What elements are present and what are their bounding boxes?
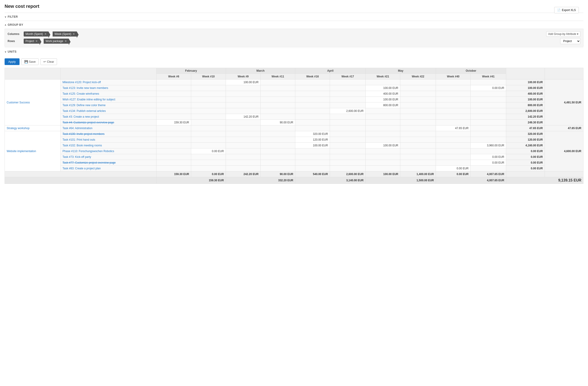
week-amount-cell (471, 114, 506, 120)
week-amount-cell (471, 120, 506, 126)
col-project-header (5, 68, 61, 80)
week-amount-cell (330, 97, 366, 103)
week-amount-cell (156, 166, 191, 172)
row-total-cell: 100.00 EUR (506, 85, 545, 91)
columns-row: Columns Month (Spent) ✕ Week (Spent) ✕ A… (8, 31, 580, 37)
clear-button[interactable]: ↩ Clear (41, 58, 57, 65)
week-amount-cell (436, 120, 471, 126)
task-cell[interactable]: Task #83: Create a project plan (61, 166, 156, 172)
week-amount-cell: 0.00 EUR (471, 154, 506, 160)
save-button[interactable]: 💾 Save (21, 58, 39, 65)
page-title: New cost report (5, 4, 583, 9)
summary-week-cell: 100.00 EUR (366, 172, 400, 177)
week-amount-cell (330, 80, 366, 85)
table-row: Task #102: Book meeting rooms100.00 EUR1… (5, 143, 583, 149)
week-amount-cell (226, 120, 261, 126)
row-total-cell: 100.00 EUR (506, 97, 545, 103)
tag-work-package-remove[interactable]: ✕ (64, 40, 67, 43)
tag-week-spent-label: Week (Spent) (54, 32, 71, 36)
tag-project[interactable]: Project ✕ (24, 39, 40, 44)
project-total-cell: 47.65 EUR (545, 126, 583, 131)
week-amount-cell (261, 137, 295, 143)
task-cell[interactable]: Task #77: Customize project overview pag… (61, 160, 156, 166)
tag-project-remove[interactable]: ✕ (35, 40, 38, 43)
month-feb: February (156, 68, 226, 74)
month-total-cell: 3,140.00 EUR (295, 177, 366, 184)
week-amount-cell (261, 108, 295, 114)
week-amount-cell (330, 160, 366, 166)
week-amount-cell (191, 166, 226, 172)
task-cell[interactable]: Task #4: Customize project overview page (61, 120, 156, 126)
summary2-empty (5, 177, 156, 184)
task-cell[interactable]: Task #102: Book meeting rooms (61, 143, 156, 149)
tag-month-spent-remove[interactable]: ✕ (44, 32, 47, 36)
week-amount-cell (226, 103, 261, 108)
task-cell[interactable]: Wish #127: Enable inline editing for sub… (61, 97, 156, 103)
task-cell[interactable]: Task #100: Invite project members (61, 131, 156, 137)
week-amount-cell: 0.00 EUR (191, 149, 226, 154)
month-total-cell: 4,007.65 EUR (436, 177, 506, 184)
week-amount-cell (471, 131, 506, 137)
tag-work-package[interactable]: Work package ✕ (44, 39, 68, 44)
task-cell[interactable]: Milestone #120: Project kick-off (61, 80, 156, 85)
week-amount-cell: 0.00 EUR (471, 85, 506, 91)
week-amount-cell: 3,960.00 EUR (471, 143, 506, 149)
week-amount-cell (226, 126, 261, 131)
save-icon: 💾 (24, 60, 28, 64)
week-amount-cell: 320.00 EUR (295, 131, 330, 137)
week-amount-cell (191, 154, 226, 160)
week21-header: Week #21 (366, 74, 400, 80)
columns-label: Columns (8, 32, 24, 36)
week-amount-cell (400, 166, 436, 172)
task-cell[interactable]: Task #134: Publish external articles (61, 108, 156, 114)
week-amount-cell (400, 120, 436, 126)
week-amount-cell (330, 126, 366, 131)
tag-week-spent[interactable]: Week (Spent) ✕ (53, 31, 77, 37)
project-select[interactable]: Project (560, 38, 580, 44)
week-amount-cell (191, 114, 226, 120)
row-total-cell: 400.00 EUR (506, 91, 545, 97)
week-amount-cell (191, 103, 226, 108)
table-row: Task #4: Customize project overview page… (5, 120, 583, 126)
task-cell[interactable]: Task #64: Administration (61, 126, 156, 131)
task-cell[interactable]: Task #129: Define new color theme (61, 103, 156, 108)
week-amount-cell (191, 143, 226, 149)
units-section-header[interactable]: ∨ UNITS (5, 47, 583, 56)
week-amount-cell (156, 97, 191, 103)
add-group-by-attr-button[interactable]: Add Group-by Attribute ▾ (546, 31, 580, 37)
summary-week-cell: 90.00 EUR (261, 172, 295, 177)
group-by-section-header[interactable]: ∧ GROUP BY (5, 21, 583, 29)
table-row: Phase #110: Forschungswochen Robotics0.0… (5, 149, 583, 154)
week-amount-cell (226, 166, 261, 172)
task-cell[interactable]: Task #3: Create a new project (61, 114, 156, 120)
summary-week-cell: 242.20 EUR (226, 172, 261, 177)
task-cell[interactable]: Task #101: Print hand outs (61, 137, 156, 143)
week-amount-cell (471, 103, 506, 108)
task-cell[interactable]: Task #125: Create wireframes (61, 91, 156, 97)
row-total-cell: 0.00 EUR (506, 154, 545, 160)
tag-week-spent-remove[interactable]: ✕ (73, 32, 75, 36)
week-amount-cell: 100.00 EUR (366, 97, 400, 103)
week6-header: Week #6 (156, 74, 191, 80)
week-amount-cell: 47.65 EUR (436, 126, 471, 131)
week-amount-cell (191, 108, 226, 114)
task-cell[interactable]: Phase #110: Forschungswochen Robotics (61, 149, 156, 154)
tag-month-spent[interactable]: Month (Spent) ✕ (24, 31, 48, 37)
week-amount-cell (156, 143, 191, 149)
week-amount-cell (191, 97, 226, 103)
week-amount-cell (261, 97, 295, 103)
week22-header: Week #22 (400, 74, 436, 80)
filter-section-header[interactable]: ∨ FILTER (5, 13, 583, 21)
summary-row-1: 159.30 EUR0.00 EUR242.20 EUR90.00 EUR540… (5, 172, 583, 177)
week-amount-cell (436, 91, 471, 97)
summary-week-cell: 4,007.65 EUR (471, 172, 506, 177)
apply-button[interactable]: Apply (5, 58, 20, 65)
week-amount-cell: 100.00 EUR (295, 143, 330, 149)
week-amount-cell: 800.00 EUR (366, 103, 400, 108)
week-amount-cell (400, 108, 436, 114)
task-cell[interactable]: Task #123: Invite new team members (61, 85, 156, 91)
week-amount-cell (191, 120, 226, 126)
export-xls-button[interactable]: 📄 Export XLS (554, 7, 579, 13)
week-amount-cell (436, 131, 471, 137)
task-cell[interactable]: Task #73: Kick-off party (61, 154, 156, 160)
